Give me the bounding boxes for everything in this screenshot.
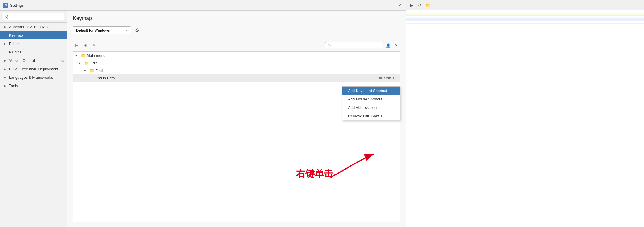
table-cell: [485, 16, 644, 18]
table-cell: [406, 21, 415, 24]
keymap-dropdown[interactable]: Default for Windows ▾: [73, 26, 131, 34]
context-menu-add-abbrev[interactable]: Add Abbreviation: [342, 103, 400, 112]
tree-label-find: Find: [95, 69, 397, 73]
tree-row-find-in-path[interactable]: Find in Path... Ctrl+Shift+F: [73, 74, 400, 82]
table-cell: [485, 18, 644, 21]
collapse-all-icon: ⊞: [84, 43, 87, 48]
refresh-button[interactable]: ↺: [416, 2, 423, 9]
vc-badge: ⧉: [61, 59, 64, 62]
run-icon: ▶: [410, 3, 413, 8]
keymap-selector-row: Default for Windows ▾ ⚙: [73, 26, 400, 34]
title-bar: S Settings ×: [0, 0, 406, 11]
folder-button[interactable]: 📁: [424, 2, 431, 9]
folder-icon-edit: 📁: [84, 61, 89, 65]
table-cell: [427, 10, 485, 13]
table-cell: [485, 10, 644, 13]
chevron-right-icon: ▶: [4, 25, 7, 28]
main-panel: Keymap Default for Windows ▾ ⚙ ⊟ ⊞ ✎: [67, 11, 406, 227]
sidebar-item-plugins[interactable]: Plugins: [0, 48, 67, 56]
tree-label-edit: Edit: [90, 61, 397, 65]
toolbar-right-buttons: 👤 ×: [384, 42, 400, 49]
settings-window: S Settings × ▶ Appearance & Behavior Key…: [0, 0, 406, 227]
window-title: Settings: [10, 3, 24, 8]
tree-row-edit[interactable]: ▾ 📁 Edit: [73, 59, 400, 67]
content-area: ▶ Appearance & Behavior Keymap ▶ Editor …: [0, 11, 406, 227]
tree-shortcut-fip: Ctrl+Shift+F: [377, 76, 395, 80]
remove-label: Remove Ctrl+Shift+F: [348, 114, 383, 118]
tree-row-main-menu[interactable]: ▾ 📁 Main menu: [73, 52, 400, 59]
table-cell: [415, 10, 427, 13]
table-row: [406, 16, 644, 18]
table-row: [406, 10, 644, 13]
tree-label-main-menu: Main menu: [87, 53, 397, 58]
table-cell: [415, 13, 427, 16]
table-row-blue: [406, 18, 644, 21]
collapse-all-button[interactable]: ⊞: [82, 42, 89, 49]
sidebar-item-appearance[interactable]: ▶ Appearance & Behavior: [0, 23, 67, 31]
tree-row-find[interactable]: ▾ 📁 Find: [73, 67, 400, 74]
chevron-right-icon-build: ▶: [4, 67, 7, 71]
sidebar-item-keymap[interactable]: Keymap: [0, 31, 67, 39]
expand-all-icon: ⊟: [75, 43, 79, 48]
tree-chevron-main-menu: ▾: [75, 54, 79, 57]
table-cell: [415, 21, 427, 24]
keymap-search-input[interactable]: [332, 43, 381, 47]
person-icon: 👤: [386, 43, 390, 48]
tree-chevron-find: ▾: [84, 69, 88, 72]
table-row-yellow: [406, 13, 644, 16]
clear-filter-button[interactable]: ×: [392, 42, 400, 49]
sidebar-item-build[interactable]: ▶ Build, Execution, Deployment: [0, 65, 67, 73]
sidebar-item-versioncontrol[interactable]: ▶ Version Control ⧉: [0, 56, 67, 65]
clear-icon: ×: [395, 43, 397, 48]
gear-button[interactable]: ⚙: [133, 26, 141, 34]
sidebar-search-input[interactable]: [3, 13, 64, 20]
tree-label-find-in-path: Find in Path...: [95, 76, 375, 80]
context-menu-remove[interactable]: Remove Ctrl+Shift+F: [342, 112, 400, 120]
sidebar-item-plugins-label: Plugins: [9, 50, 64, 54]
keymap-search-container: Q·: [325, 42, 383, 48]
expand-all-button[interactable]: ⊟: [73, 42, 80, 49]
settings-icon: S: [3, 3, 8, 8]
add-abbrev-label: Add Abbreviation: [348, 105, 377, 110]
context-menu: Add Keyboard Shortcut Add Mouse Shortcut…: [342, 86, 400, 120]
chevron-right-icon-vc: ▶: [4, 59, 7, 62]
sidebar-item-lang-label: Languages & Frameworks: [9, 75, 64, 80]
run-button[interactable]: ▶: [408, 2, 415, 9]
sidebar-item-keymap-label: Keymap: [9, 33, 64, 37]
dropdown-arrow-icon: ▾: [126, 29, 128, 32]
chevron-right-icon-lang: ▶: [4, 76, 7, 79]
table-cell: [427, 18, 485, 21]
sidebar-item-languages[interactable]: ▶ Languages & Frameworks: [0, 73, 67, 82]
table-cell: [406, 13, 415, 16]
table-cell: [415, 18, 427, 21]
panel-title: Keymap: [73, 15, 400, 21]
tree-chevron-edit: ▾: [79, 62, 83, 65]
folder-icon: 📁: [426, 3, 430, 8]
chevron-right-icon-tools: ▶: [4, 84, 7, 87]
sidebar-item-vc-label: Version Control: [9, 58, 60, 63]
context-menu-add-keyboard[interactable]: Add Keyboard Shortcut: [342, 87, 400, 95]
table-cell: [427, 21, 485, 24]
sidebar-item-build-label: Build, Execution, Deployment: [9, 67, 64, 71]
table-cell: [415, 16, 427, 18]
right-panel-table: [406, 10, 644, 24]
context-menu-add-mouse[interactable]: Add Mouse Shortcut: [342, 95, 400, 103]
add-mouse-label: Add Mouse Shortcut: [348, 97, 382, 101]
sidebar-item-tools[interactable]: ▶ Tools: [0, 82, 67, 90]
table-cell: [406, 16, 415, 18]
sidebar-item-editor-label: Editor: [9, 42, 64, 46]
title-bar-left: S Settings: [3, 3, 24, 8]
sidebar-search-container: [0, 11, 67, 23]
table-cell: [485, 21, 644, 24]
close-button[interactable]: ×: [397, 2, 403, 9]
sidebar-item-tools-label: Tools: [9, 84, 64, 88]
keymap-toolbar: ⊟ ⊞ ✎ Q· 👤 ×: [73, 39, 400, 49]
right-panel: ▶ ↺ 📁: [406, 0, 644, 227]
refresh-icon: ↺: [418, 3, 422, 8]
table-cell: [427, 16, 485, 18]
person-filter-button[interactable]: 👤: [384, 42, 392, 49]
sidebar-item-editor[interactable]: ▶ Editor: [0, 39, 67, 48]
edit-button[interactable]: ✎: [90, 42, 98, 49]
sidebar-item-appearance-label: Appearance & Behavior: [9, 25, 64, 29]
table-cell: [406, 18, 415, 21]
